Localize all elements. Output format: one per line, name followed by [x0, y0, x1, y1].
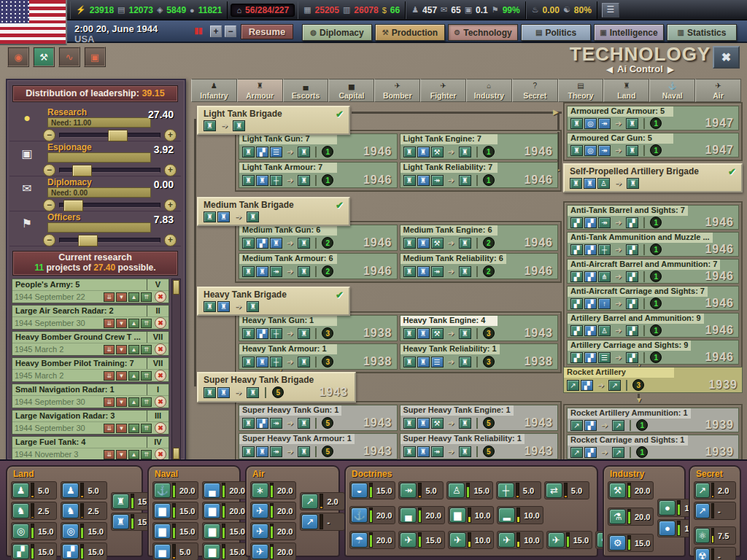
tech-entry[interactable]: Heavy Tank Engine: 4 ♜♜⚒ ➔ ♜ 3 1943	[400, 315, 559, 341]
cancel-research-button[interactable]: ✖	[155, 370, 166, 381]
tech-entry[interactable]: Medium Tank Reliability: 6 ♜♜↠ ➔ ♜ 2 194…	[400, 253, 559, 279]
priority-bottom-button[interactable]: ⇊	[104, 292, 115, 302]
brigade-light-tank[interactable]: Light Tank Brigade✔ ♜➔♜	[197, 106, 350, 135]
cancel-research-button[interactable]: ✖	[155, 422, 166, 434]
tech-tab[interactable]: ⌂ Industry	[466, 79, 512, 102]
tech-tab[interactable]: ? Secret	[512, 79, 558, 102]
research-plus-button[interactable]: +	[164, 129, 177, 141]
research-minus-button[interactable]: −	[43, 129, 55, 141]
diplomacy-plus-button[interactable]: +	[164, 199, 177, 211]
cancel-research-button[interactable]: ✖	[155, 396, 166, 408]
research-scrollbar[interactable]	[171, 279, 181, 461]
tech-tab[interactable]: ♜ Armour	[237, 79, 283, 102]
priority-up-button[interactable]: ▲	[128, 450, 139, 459]
priority-down-button[interactable]: ▼	[116, 371, 127, 381]
tech-tab[interactable]: ♟ Infantry	[191, 79, 237, 102]
tech-tab[interactable]: ✈ Air	[695, 79, 741, 102]
tech-entry[interactable]: Super Heavy Tank Gun: 1 ♜▞↠ ➔ ♜ 5 1943	[239, 405, 398, 431]
tech-entry[interactable]: Anti-Tank Barrel and Sights: 7 ▞▞↠ ➔ ▞ 1…	[567, 205, 739, 230]
tech-entry[interactable]: Light Tank Reliability: 7 ♜♜↠ ➔ ♜ 1 1946	[400, 162, 559, 188]
cancel-research-button[interactable]: ✖	[155, 317, 166, 329]
tech-entry[interactable]: Heavy Tank Gun: 1 ♜▞┼ ➔ ♜ 3 1938	[239, 315, 398, 341]
diplomacy-slider[interactable]	[59, 203, 160, 208]
tech-tab[interactable]: ⚓ Naval	[649, 79, 695, 102]
statistics-curve-button[interactable]: ∿	[58, 47, 80, 67]
tech-entry[interactable]: Medium Tank Gun: 6 ♜▞♜ ➔ ♜ 2 1946	[239, 225, 398, 251]
priority-down-button[interactable]: ▼	[116, 450, 127, 459]
radio-messages-button[interactable]: ◉	[7, 47, 29, 67]
goods-button[interactable]: ▣	[84, 47, 106, 67]
priority-bottom-button[interactable]: ⇊	[104, 397, 115, 407]
next-category-arrow[interactable]: ▶	[663, 65, 678, 74]
speed-down-button[interactable]: −	[225, 26, 236, 37]
menu-technology[interactable]: ⚙Technology	[448, 24, 518, 41]
tech-entry[interactable]: Artillery Carriage and Sights: 9 ▞▞☰ ➔ ▞…	[567, 340, 739, 365]
espionage-minus-button[interactable]: −	[43, 164, 55, 176]
tech-entry[interactable]: Medium Tank Engine: 6 ♜♜⚒ ➔ ♜ 2 1946	[400, 225, 559, 251]
speed-up-button[interactable]: +	[210, 26, 222, 37]
diplomacy-slider-knob[interactable]	[63, 200, 83, 211]
menu-intelligence[interactable]: ▣Intelligence	[594, 24, 664, 41]
tech-entry[interactable]: Heavy Tank Armour: 1 ♜♜┼ ➔ ♜ 3 1938	[239, 343, 398, 370]
priority-down-button[interactable]: ▼	[116, 397, 127, 407]
tech-entry[interactable]: Light Tank Armour: 7 ♜♜┼ ➔ ♜ 1 1946	[239, 162, 398, 188]
espionage-plus-button[interactable]: +	[164, 164, 177, 176]
priority-top-button[interactable]: ⇈	[141, 450, 152, 459]
prev-category-arrow[interactable]: ◀	[603, 65, 617, 74]
priority-up-button[interactable]: ▲	[128, 397, 139, 407]
officers-minus-button[interactable]: −	[43, 234, 55, 246]
priority-up-button[interactable]: ▲	[128, 371, 139, 381]
priority-up-button[interactable]: ▲	[128, 319, 139, 328]
menu-statistics[interactable]: ▥Statistics	[667, 24, 737, 41]
tech-entry[interactable]: Medium Tank Armour: 6 ♜♜↠ ➔ ♜ 2 1946	[239, 253, 398, 279]
tech-entry[interactable]: Super Heavy Tank Armour: 1 ♜♜↠ ➔ ♜ 5 194…	[239, 433, 398, 459]
cancel-research-button[interactable]: ✖	[155, 291, 166, 303]
priority-top-button[interactable]: ⇈	[141, 371, 152, 381]
tech-entry[interactable]: Rocket Artillery Ammunition: 1 ↗▞ ➔ ↗ 1 …	[567, 408, 739, 432]
build-queue-button[interactable]: ⚒	[33, 47, 55, 67]
menu-diplomacy[interactable]: ◍Diplomacy	[302, 24, 372, 41]
rocket-artillery-tech[interactable]: Rocket Artillery ↗▞➔↗31939	[563, 367, 743, 393]
tech-entry[interactable]: Anti-Tank Ammunition and Muzzle ... ▞▞┼ …	[567, 232, 739, 257]
espionage-slider-knob[interactable]	[72, 165, 92, 176]
tech-entry[interactable]: Super Heavy Tank Engine: 1 ♜♜⚒ ➔ ♜ 5 194…	[400, 405, 559, 431]
tech-entry[interactable]: Anti-Aircraft Barrel and Ammunition: 7 ▞…	[567, 259, 739, 284]
priority-bottom-button[interactable]: ⇊	[104, 450, 115, 459]
tech-entry[interactable]: Super Heavy Tank Reliability: 1 ♜♜↠ ➔ ♜ …	[400, 433, 559, 459]
resume-button[interactable]: Resume	[241, 24, 293, 39]
priority-up-button[interactable]: ▲	[128, 345, 139, 354]
priority-top-button[interactable]: ⇈	[141, 319, 152, 328]
officers-slider-knob[interactable]	[78, 235, 98, 246]
scrollbar-thumb-top[interactable]	[173, 280, 179, 295]
brigade-self-propelled-artillery[interactable]: Self-Propelled Artillery Brigade✔ ♜♜♙➔♜	[563, 163, 743, 192]
priority-top-button[interactable]: ⇈	[141, 345, 152, 354]
tech-tab[interactable]: ▅ Capital	[328, 79, 374, 102]
menu-button[interactable]: ☰	[602, 3, 619, 18]
tech-entry[interactable]: Anti-Aircraft Carriage and Sights: 7 ▞▞↑…	[567, 286, 739, 311]
priority-bottom-button[interactable]: ⇊	[104, 345, 115, 354]
tech-entry[interactable]: Artillery Barrel and Ammunition: 9 ▞▞♙ ➔…	[567, 313, 739, 338]
tech-tab[interactable]: ▄ Escorts	[283, 79, 329, 102]
scrollbar-thumb-bottom[interactable]	[173, 448, 179, 459]
priority-up-button[interactable]: ▲	[128, 424, 139, 433]
brigade-super-heavy-tank[interactable]: Super Heavy Tank Brigade ♜♜➔♜51943	[197, 372, 356, 402]
research-slider-knob[interactable]	[108, 130, 128, 141]
tech-tab[interactable]: ✈ Fighter	[420, 79, 466, 102]
espionage-slider[interactable]	[59, 168, 160, 173]
priority-top-button[interactable]: ⇈	[141, 397, 152, 407]
officers-slider[interactable]	[59, 238, 160, 243]
tech-entry[interactable]: Armoured Car Gun: 5 ♜◎↠ ➔ ♜ 1 1947	[567, 133, 739, 158]
priority-up-button[interactable]: ▲	[128, 292, 139, 302]
brigade-heavy-tank[interactable]: Heavy Tank Brigade✔ ♜♜➔♜	[197, 287, 350, 316]
priority-bottom-button[interactable]: ⇊	[104, 319, 115, 328]
priority-down-button[interactable]: ▼	[116, 292, 127, 302]
cancel-research-button[interactable]: ✖	[155, 343, 166, 355]
menu-politics[interactable]: ▤Politics	[521, 24, 591, 41]
priority-top-button[interactable]: ⇈	[141, 292, 152, 302]
research-slider[interactable]	[59, 133, 160, 138]
priority-bottom-button[interactable]: ⇊	[104, 424, 115, 433]
tech-entry[interactable]: Rocket Carriage and Sights: 1 ↗▞ ➔ ↗ 1 1…	[567, 435, 739, 459]
priority-bottom-button[interactable]: ⇊	[104, 371, 115, 381]
close-button[interactable]: ✖	[713, 46, 740, 69]
tech-tab[interactable]: ✈ Bomber	[374, 79, 420, 102]
